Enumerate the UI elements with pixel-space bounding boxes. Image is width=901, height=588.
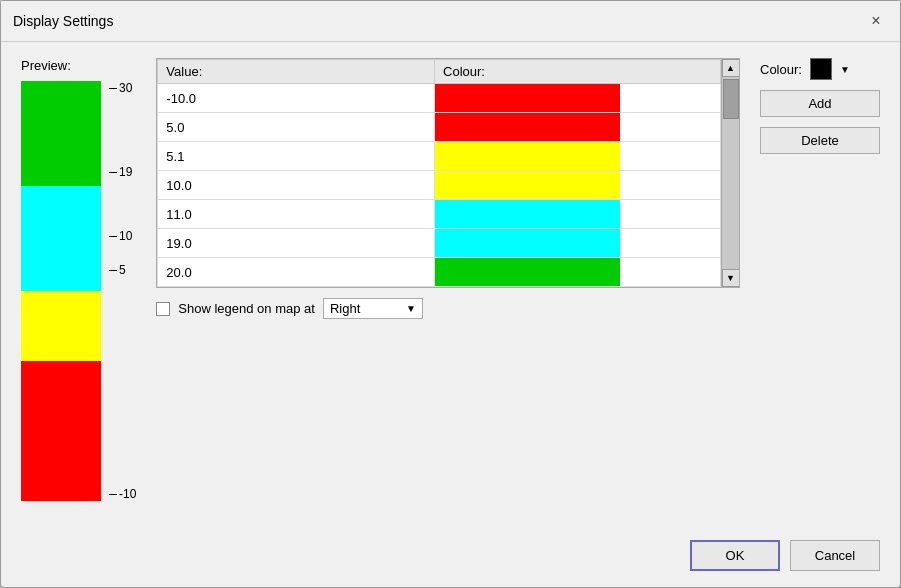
value-cell[interactable]: 19.0 — [158, 229, 435, 258]
scale-value-10: 10 — [109, 229, 136, 243]
add-button[interactable]: Add — [760, 90, 880, 117]
right-panel: Colour: ▼ Add Delete — [760, 58, 880, 501]
preview-container: 30 19 10 5 - — [21, 81, 136, 501]
scroll-down-button[interactable]: ▼ — [722, 269, 740, 287]
col-header-value: Value: — [158, 60, 435, 84]
show-legend-label: Show legend on map at — [178, 301, 315, 316]
table-scrollbar[interactable]: ▲ ▼ — [721, 59, 739, 287]
show-legend-checkbox[interactable] — [156, 302, 170, 316]
color-table: Value: Colour: -10.0 5.0 — [157, 59, 721, 287]
content-area: Preview: 30 19 — [1, 42, 900, 517]
preview-panel: Preview: 30 19 — [21, 58, 136, 501]
table-row[interactable]: 5.1 — [158, 142, 721, 171]
value-cell[interactable]: 11.0 — [158, 200, 435, 229]
value-cell[interactable]: 5.0 — [158, 113, 435, 142]
scale-value-19: 19 — [109, 165, 136, 179]
ok-button[interactable]: OK — [690, 540, 780, 571]
preview-bar — [21, 81, 101, 501]
table-row[interactable]: 11.0 — [158, 200, 721, 229]
close-button[interactable]: × — [864, 9, 888, 33]
colour-cell[interactable] — [435, 171, 721, 200]
preview-segment-cyan — [21, 186, 101, 291]
value-cell[interactable]: -10.0 — [158, 84, 435, 113]
colour-label: Colour: — [760, 62, 802, 77]
value-cell[interactable]: 20.0 — [158, 258, 435, 287]
colour-swatch[interactable] — [810, 58, 832, 80]
table-row[interactable]: -10.0 — [158, 84, 721, 113]
title-bar: Display Settings × — [1, 1, 900, 42]
preview-segment-yellow — [21, 291, 101, 361]
colour-cell[interactable] — [435, 113, 721, 142]
colour-dropdown-arrow-icon[interactable]: ▼ — [840, 64, 850, 75]
scale-value-5: 5 — [109, 263, 136, 277]
colour-cell[interactable] — [435, 84, 721, 113]
delete-button[interactable]: Delete — [760, 127, 880, 154]
scroll-up-button[interactable]: ▲ — [722, 59, 740, 77]
scale-value-30: 30 — [109, 81, 136, 95]
cancel-button[interactable]: Cancel — [790, 540, 880, 571]
value-cell[interactable]: 10.0 — [158, 171, 435, 200]
colour-cell[interactable] — [435, 258, 721, 287]
colour-cell[interactable] — [435, 229, 721, 258]
table-row[interactable]: 10.0 — [158, 171, 721, 200]
dialog-title: Display Settings — [13, 13, 113, 29]
legend-position-value: Right — [330, 301, 360, 316]
scroll-thumb[interactable] — [723, 79, 739, 119]
main-area: Value: Colour: -10.0 5.0 — [156, 58, 740, 501]
table-row[interactable]: 20.0 — [158, 258, 721, 287]
table-row[interactable]: 5.0 — [158, 113, 721, 142]
colour-row: Colour: ▼ — [760, 58, 880, 80]
color-table-wrapper: Value: Colour: -10.0 5.0 — [156, 58, 740, 288]
chevron-down-icon: ▼ — [406, 303, 416, 314]
preview-label: Preview: — [21, 58, 136, 73]
colour-cell[interactable] — [435, 142, 721, 171]
col-header-colour: Colour: — [435, 60, 721, 84]
preview-segment-green — [21, 81, 101, 186]
scroll-track[interactable] — [722, 77, 740, 269]
legend-position-dropdown[interactable]: Right ▼ — [323, 298, 423, 319]
value-cell[interactable]: 5.1 — [158, 142, 435, 171]
scale-value-neg10: -10 — [109, 487, 136, 501]
preview-segment-red — [21, 361, 101, 501]
table-row[interactable]: 19.0 — [158, 229, 721, 258]
preview-scale: 30 19 10 5 - — [105, 81, 136, 501]
bottom-buttons: OK Cancel — [690, 540, 880, 571]
colour-cell[interactable] — [435, 200, 721, 229]
display-settings-dialog: Display Settings × Preview: 30 — [0, 0, 901, 588]
legend-row: Show legend on map at Right ▼ — [156, 298, 740, 319]
